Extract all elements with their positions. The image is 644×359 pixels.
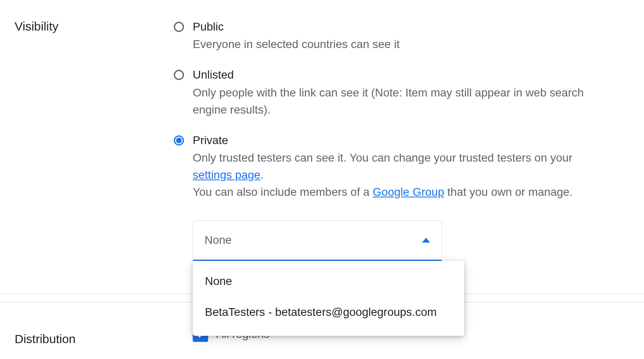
svg-point-0 <box>174 22 183 31</box>
option-title: Public <box>193 20 613 34</box>
option-desc: Only trusted testers can see it. You can… <box>193 149 613 201</box>
radio-unchecked-icon <box>173 21 185 33</box>
svg-point-1 <box>174 70 183 79</box>
dropdown-value: None <box>205 234 232 247</box>
google-group-link[interactable]: Google Group <box>373 186 444 198</box>
distribution-label: Distribution <box>15 326 173 346</box>
desc-text: You can also include members of a <box>193 186 373 198</box>
radio-content: Public Everyone in selected countries ca… <box>193 20 613 53</box>
desc-text: that you own or manage. <box>444 186 572 198</box>
settings-page-link[interactable]: settings page <box>193 169 261 181</box>
group-dropdown-wrap: None None BetaTesters - betatesters@goog… <box>193 220 442 261</box>
visibility-body: Public Everyone in selected countries ca… <box>173 0 629 261</box>
dropdown-menu: None BetaTesters - betatesters@googlegro… <box>193 261 464 336</box>
dropdown-option-none[interactable]: None <box>193 266 464 297</box>
desc-text: Only trusted testers can see it. You can… <box>193 151 572 164</box>
option-desc: Everyone in selected countries can see i… <box>193 36 613 53</box>
group-dropdown[interactable]: None <box>193 220 442 261</box>
radio-unchecked-icon <box>173 69 185 81</box>
radio-checked-icon <box>173 135 185 146</box>
radio-content: Private Only trusted testers can see it.… <box>193 133 613 201</box>
dropdown-option-betatesters[interactable]: BetaTesters - betatesters@googlegroups.c… <box>193 297 464 328</box>
option-desc: Only people with the link can see it (No… <box>193 84 613 118</box>
visibility-label: Visibility <box>15 0 173 261</box>
caret-up-icon <box>422 238 430 243</box>
visibility-section: Visibility Public Everyone in selected c… <box>0 0 644 261</box>
option-title: Private <box>193 133 613 148</box>
visibility-option-public[interactable]: Public Everyone in selected countries ca… <box>173 20 613 53</box>
desc-text: . <box>261 169 264 181</box>
option-title: Unlisted <box>193 68 613 82</box>
visibility-option-private[interactable]: Private Only trusted testers can see it.… <box>173 133 613 201</box>
radio-content: Unlisted Only people with the link can s… <box>193 68 613 118</box>
svg-point-3 <box>176 138 182 143</box>
visibility-option-unlisted[interactable]: Unlisted Only people with the link can s… <box>173 68 613 118</box>
